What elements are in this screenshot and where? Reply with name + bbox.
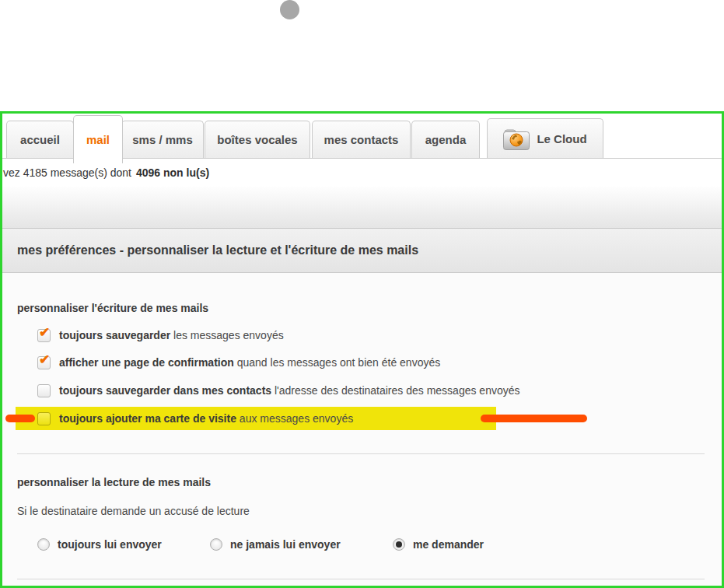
radio-option-never-send[interactable]: ne jamais lui envoyer: [210, 537, 341, 552]
tab-le-cloud-label: Le Cloud: [537, 132, 586, 145]
checkbox-attach-vcard[interactable]: [37, 412, 51, 425]
tab-sms-mms-label: sms / mms: [132, 133, 193, 146]
option-label: afficher une page de confirmation quand …: [59, 356, 440, 369]
radio-label: toujours lui envoyer: [58, 538, 162, 551]
tab-mes-contacts[interactable]: mes contacts: [312, 121, 411, 158]
tab-boites-vocales[interactable]: boîtes vocales: [205, 121, 310, 158]
option-row-save-sent[interactable]: ✔ toujours sauvegarder les messages envo…: [37, 327, 284, 343]
read-section-heading: personnaliser la lecture de mes mails: [17, 474, 211, 490]
option-row-confirmation-page[interactable]: ✔ afficher une page de confirmation quan…: [37, 355, 440, 370]
tab-mail[interactable]: mail: [73, 115, 123, 163]
message-count-bar: vez 4185 message(s) dont4096 non lu(s): [3, 165, 209, 180]
bottom-divider: [17, 579, 705, 579]
tab-agenda-label: agenda: [425, 133, 467, 146]
tab-le-cloud[interactable]: Le Cloud: [487, 118, 603, 158]
message-count-text: vez 4185 message(s) dont: [3, 166, 131, 179]
checkbox-confirmation-page[interactable]: ✔: [37, 356, 51, 369]
unread-count: 4096 non lu(s): [136, 166, 209, 179]
option-label: toujours sauvegarder les messages envoyé…: [59, 329, 284, 341]
folder-globe-icon: [503, 127, 530, 150]
option-label: toujours sauvegarder dans mes contacts l…: [59, 384, 520, 397]
option-row-save-recipients[interactable]: toujours sauvegarder dans mes contacts l…: [37, 383, 520, 398]
preferences-header: mes préférences - personnaliser la lectu…: [2, 229, 722, 273]
option-row-attach-vcard[interactable]: toujours ajouter ma carte de visite aux …: [37, 411, 353, 426]
check-icon: ✔: [39, 325, 50, 341]
tab-mail-label: mail: [86, 133, 110, 146]
write-section-heading: personnaliser l'écriture de mes mails: [17, 300, 208, 316]
preferences-content: personnaliser l'écriture de mes mails ✔ …: [2, 273, 722, 586]
radio-option-always-send[interactable]: toujours lui envoyer: [37, 537, 162, 552]
tab-agenda[interactable]: agenda: [411, 121, 480, 158]
screen: accueil mail sms / mms boîtes vocales me…: [0, 0, 724, 588]
section-divider: [17, 453, 705, 454]
radio-option-ask-me[interactable]: me demander: [393, 537, 484, 552]
radio-label: ne jamais lui envoyer: [230, 538, 341, 551]
radio-never-send[interactable]: [210, 538, 222, 551]
tab-boites-vocales-label: boîtes vocales: [217, 133, 297, 146]
loader-circle: [280, 0, 299, 19]
read-receipt-question: Si le destinataire demande un accusé de …: [17, 503, 250, 519]
radio-selected-dot: [396, 541, 402, 548]
option-label: toujours ajouter ma carte de visite aux …: [59, 412, 353, 425]
radio-label: me demander: [413, 538, 484, 551]
checkbox-save-sent[interactable]: ✔: [37, 329, 51, 342]
tab-sms-mms[interactable]: sms / mms: [121, 121, 204, 158]
check-icon: ✔: [39, 352, 50, 368]
tab-accueil-label: accueil: [20, 133, 60, 146]
radio-always-send[interactable]: [37, 538, 50, 551]
marker-stroke-right: [481, 415, 587, 422]
webmail-panel: accueil mail sms / mms boîtes vocales me…: [0, 111, 724, 588]
marker-stroke-left: [5, 415, 35, 422]
preferences-title: mes préférences - personnaliser la lectu…: [17, 243, 418, 257]
checkbox-save-recipients[interactable]: [37, 384, 51, 397]
tab-mes-contacts-label: mes contacts: [324, 133, 399, 146]
tab-accueil[interactable]: accueil: [6, 121, 74, 158]
radio-ask-me[interactable]: [393, 538, 405, 551]
toolbar-band: [2, 187, 722, 229]
